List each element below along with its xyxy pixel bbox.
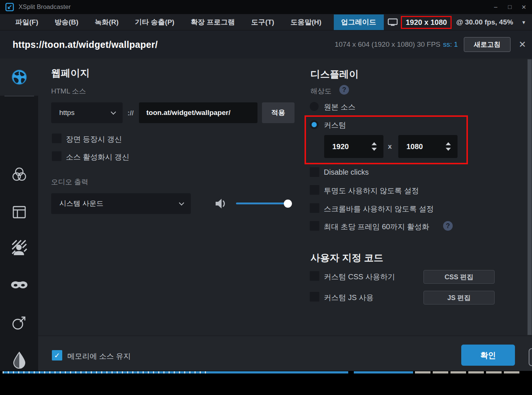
chevron-down-icon xyxy=(111,109,116,115)
custom-height-value: 1080 xyxy=(406,142,423,151)
link-icon xyxy=(10,314,28,332)
protocol-separator: :// xyxy=(127,109,134,117)
tab-webpage[interactable] xyxy=(0,59,38,96)
tab-color[interactable] xyxy=(0,165,38,183)
menu-other-output[interactable]: 기타 송출(P) xyxy=(129,14,180,30)
blend-circles-icon xyxy=(10,165,28,183)
fps60-checkbox[interactable] xyxy=(310,221,319,231)
custom-resolution-radio[interactable] xyxy=(310,120,319,129)
protocol-value: https xyxy=(59,109,74,117)
js-edit-button[interactable]: JS 편집 xyxy=(423,291,495,305)
spin-down-icon[interactable] xyxy=(372,148,377,151)
keep-in-memory-label: 메모리에 소스 유지 xyxy=(67,351,131,361)
globe-icon xyxy=(11,69,28,86)
audio-device-value: 시스템 사운드 xyxy=(59,199,103,208)
protocol-select[interactable]: https xyxy=(51,102,123,123)
resolution-help-icon[interactable]: ? xyxy=(339,85,349,95)
monitor-icon xyxy=(388,18,398,26)
menu-broadcast[interactable]: 방송(B) xyxy=(49,14,84,30)
apply-button[interactable]: 적용 xyxy=(262,102,295,123)
tab-link[interactable] xyxy=(0,314,38,332)
spin-up-icon[interactable] xyxy=(446,142,451,145)
background-blue-segment xyxy=(354,371,413,373)
source-url-title: https://toon.at/widget/wallpaper/ xyxy=(13,39,158,50)
upgrade-button[interactable]: 업그레이드 xyxy=(334,14,384,30)
output-fps-value[interactable]: @ 30.00 fps, 45% xyxy=(456,18,513,26)
black-area xyxy=(0,374,532,395)
xsplit-window: XSplit Broadcaster – □ ✕ 파일(F) 방송(B) 녹화(… xyxy=(0,0,532,395)
menu-extensions[interactable]: 확장 프로그램 xyxy=(185,14,240,30)
menu-help[interactable]: 도움말(H) xyxy=(285,14,327,30)
maximize-button[interactable]: □ xyxy=(505,4,514,10)
menu-record[interactable]: 녹화(R) xyxy=(89,14,124,30)
custom-height-spinner[interactable]: 1080 xyxy=(398,135,458,158)
speaker-icon[interactable] xyxy=(214,197,227,210)
resolution-label: 해상도 xyxy=(310,86,332,96)
keep-in-memory-checkbox[interactable]: ✓ xyxy=(52,350,62,361)
menu-file[interactable]: 파일(F) xyxy=(10,14,44,30)
volume-slider-knob[interactable] xyxy=(284,200,292,208)
sidebar-divider xyxy=(4,96,34,96)
volume-slider[interactable] xyxy=(236,203,292,204)
spin-down-icon[interactable] xyxy=(446,148,451,151)
close-button[interactable]: ✕ xyxy=(519,4,528,11)
tab-opacity[interactable] xyxy=(0,351,38,369)
refresh-on-scene-checkbox[interactable] xyxy=(52,134,61,143)
chroma-person-icon xyxy=(10,239,29,257)
chevron-down-icon xyxy=(179,200,184,205)
spin-up-icon[interactable] xyxy=(372,142,377,145)
custom-js-checkbox[interactable] xyxy=(310,292,319,302)
minimize-button[interactable]: – xyxy=(491,4,500,10)
background-gray-buttons xyxy=(415,371,519,373)
custom-code-section-title: 사용자 지정 코드 xyxy=(310,251,383,264)
ok-button[interactable]: 확인 xyxy=(461,345,515,366)
tab-mask[interactable] xyxy=(0,277,38,292)
original-source-radio[interactable] xyxy=(310,102,319,111)
scrollbar-thumb[interactable] xyxy=(528,59,532,335)
dialog-close-icon[interactable]: ✕ xyxy=(519,40,526,49)
no-scrollbar-checkbox[interactable] xyxy=(310,203,319,213)
menu-bar: 파일(F) 방송(B) 녹화(R) 기타 송출(P) 확장 프로그램 도구(T)… xyxy=(0,14,532,30)
fps60-help-icon[interactable]: ? xyxy=(443,221,453,231)
background-window-sliver xyxy=(0,371,532,374)
custom-width-spinner[interactable]: 1920 xyxy=(324,135,383,158)
custom-css-checkbox[interactable] xyxy=(310,271,319,281)
xsplit-logo-icon xyxy=(5,3,14,11)
resolution-dropdown-caret-icon[interactable]: ▼ xyxy=(521,20,526,25)
fps60-label: 최대 초당 프레임 60까지 활성화 xyxy=(324,222,429,232)
disable-clicks-checkbox[interactable] xyxy=(310,167,319,177)
refresh-on-activate-label: 소스 활성화시 갱신 xyxy=(66,152,129,162)
tab-chroma-key[interactable] xyxy=(0,239,38,257)
no-scrollbar-label: 스크롤바를 사용하지 않도록 설정 xyxy=(324,204,434,214)
refresh-button[interactable]: 새로고침 xyxy=(464,37,511,52)
background-blue-bar xyxy=(3,371,348,373)
no-transparency-checkbox[interactable] xyxy=(310,185,319,195)
custom-css-label: 커스텀 CSS 사용하기 xyxy=(324,272,395,282)
window-title: XSplit Broadcaster xyxy=(19,3,71,11)
dimension-separator: x xyxy=(388,142,392,151)
url-input[interactable]: toon.at/widget/wallpaper/ xyxy=(139,102,257,123)
url-input-value: toon.at/widget/wallpaper/ xyxy=(146,109,230,117)
mask-icon xyxy=(10,277,29,292)
html-source-label: HTML 소스 xyxy=(51,86,86,96)
refresh-on-scene-label: 장면 등장시 갱신 xyxy=(66,134,122,144)
title-bar: XSplit Broadcaster – □ ✕ xyxy=(0,0,532,14)
menu-tools[interactable]: 도구(T) xyxy=(246,14,280,30)
css-edit-button[interactable]: CSS 편집 xyxy=(423,270,495,284)
dialog-scrollbar[interactable] xyxy=(527,59,532,336)
tab-layout[interactable] xyxy=(0,203,38,221)
original-source-label: 원본 소스 xyxy=(324,102,356,112)
output-resolution-value[interactable]: 1920 x 1080 xyxy=(406,18,447,26)
source-ss-value: ss: 1 xyxy=(443,40,458,49)
custom-js-label: 커스텀 JS 사용 xyxy=(324,293,373,303)
no-transparency-label: 투명도 사용하지 않도록 설정 xyxy=(324,186,419,196)
settings-sidebar xyxy=(0,59,38,371)
refresh-on-activate-checkbox[interactable] xyxy=(52,151,61,161)
audio-device-select[interactable]: 시스템 사운드 xyxy=(51,193,191,214)
display-section-title: 디스플레이 xyxy=(310,68,359,81)
partially-visible-button[interactable] xyxy=(529,348,532,366)
droplet-icon xyxy=(11,351,28,369)
custom-width-value: 1920 xyxy=(332,142,349,151)
custom-resolution-label: 커스텀 xyxy=(324,120,346,130)
source-properties-header: https://toon.at/widget/wallpaper/ 1074 x… xyxy=(0,30,532,59)
